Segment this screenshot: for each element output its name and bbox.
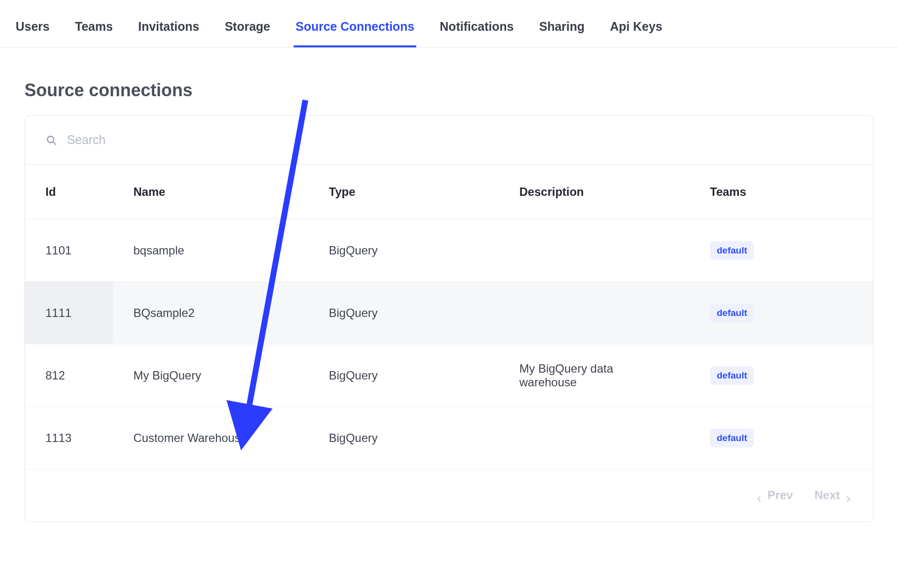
svg-line-1 (53, 142, 56, 145)
table-row[interactable]: 1101 bqsample BigQuery default (25, 219, 873, 282)
source-connections-card: Id Name Type Description Teams 1101 bqsa… (24, 115, 874, 522)
table-row[interactable]: 1111 BQsample2 BigQuery default (25, 282, 873, 344)
tab-teams[interactable]: Teams (73, 14, 115, 47)
search-input[interactable] (66, 132, 853, 147)
table-header-row: Id Name Type Description Teams (25, 165, 873, 219)
cell-id: 1111 (25, 282, 113, 344)
table-row[interactable]: 1113 Customer Warehouse BigQuery default (25, 407, 873, 469)
cell-id: 1101 (25, 219, 113, 282)
tab-invitations[interactable]: Invitations (136, 14, 201, 47)
cell-type: BigQuery (308, 407, 499, 469)
cell-description (499, 407, 689, 469)
tab-users[interactable]: Users (14, 14, 52, 47)
page-title: Source connections (0, 60, 898, 101)
cell-type: BigQuery (308, 282, 499, 344)
col-header-teams[interactable]: Teams (689, 165, 873, 219)
chevron-right-icon (845, 492, 852, 499)
tab-source-connections[interactable]: Source Connections (294, 14, 416, 47)
connections-table: Id Name Type Description Teams 1101 bqsa… (25, 164, 873, 469)
col-header-description[interactable]: Description (499, 165, 689, 219)
cell-name: BQsample2 (113, 282, 308, 344)
cell-teams: default (689, 344, 873, 407)
col-header-name[interactable]: Name (113, 165, 308, 219)
cell-description (499, 219, 689, 282)
cell-name: My BigQuery (113, 344, 308, 407)
tab-api-keys[interactable]: Api Keys (608, 14, 664, 47)
cell-id: 812 (25, 344, 113, 407)
pagination: Prev Next (25, 469, 873, 522)
cell-type: BigQuery (308, 219, 499, 282)
team-badge[interactable]: default (710, 241, 754, 260)
prev-button[interactable]: Prev (756, 488, 793, 502)
cell-teams: default (689, 407, 873, 469)
next-label: Next (814, 488, 840, 502)
cell-name: Customer Warehouse (113, 407, 308, 469)
cell-name: bqsample (113, 219, 308, 282)
chevron-left-icon (756, 492, 763, 499)
cell-teams: default (689, 282, 873, 344)
table-row[interactable]: 812 My BigQuery BigQuery My BigQuery dat… (25, 344, 873, 407)
admin-tabbar: Users Teams Invitations Storage Source C… (0, 0, 898, 48)
team-badge[interactable]: default (710, 429, 754, 447)
col-header-id[interactable]: Id (25, 165, 113, 219)
cell-type: BigQuery (308, 344, 499, 407)
team-badge[interactable]: default (710, 304, 754, 322)
tab-notifications[interactable]: Notifications (438, 14, 515, 47)
search-row (25, 116, 873, 164)
cell-description (499, 282, 689, 344)
cell-teams: default (689, 219, 873, 282)
team-badge[interactable]: default (710, 366, 754, 385)
cell-id: 1113 (25, 407, 113, 469)
col-header-type[interactable]: Type (308, 165, 499, 219)
prev-label: Prev (768, 488, 793, 502)
tab-sharing[interactable]: Sharing (537, 14, 586, 47)
tab-storage[interactable]: Storage (223, 14, 272, 47)
next-button[interactable]: Next (814, 488, 852, 502)
search-icon (45, 134, 57, 146)
cell-description: My BigQuery data warehouse (499, 344, 689, 407)
